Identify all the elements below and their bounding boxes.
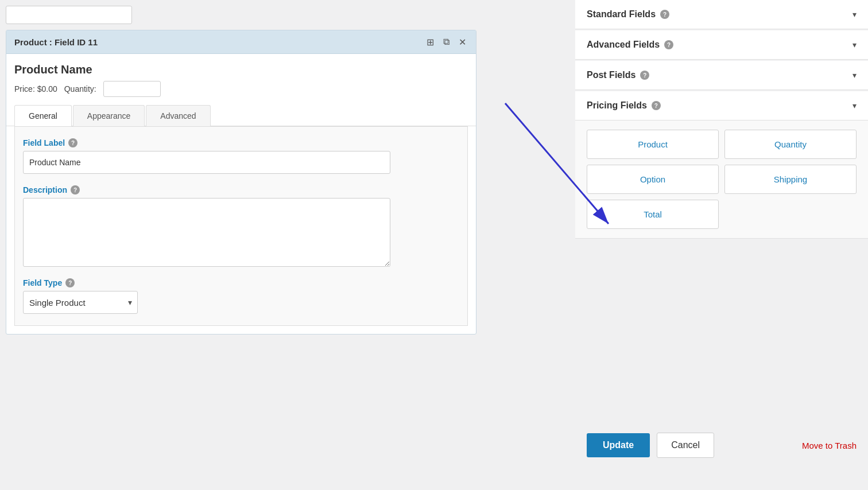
pricing-fields-help-icon[interactable]: ?: [652, 101, 661, 110]
field-card-actions: ⊞ ⧉ ✕: [424, 36, 468, 48]
tabs-row: General Appearance Advanced: [6, 105, 476, 126]
tab-appearance[interactable]: Appearance: [73, 105, 145, 126]
field-type-help-icon[interactable]: ?: [65, 278, 75, 287]
pricing-fields-expanded: Product Quantity Option Shipping Total: [575, 120, 868, 238]
accordion-pricing-fields: Pricing Fields ? ▾ Product Quantity Opti…: [575, 91, 868, 239]
description-help-icon[interactable]: ?: [71, 185, 80, 195]
pricing-fields-header[interactable]: Pricing Fields ? ▾: [575, 91, 868, 120]
cancel-button[interactable]: Cancel: [657, 433, 714, 458]
standard-fields-title: Standard Fields ?: [587, 9, 669, 20]
quantity-label: Quantity:: [64, 84, 96, 94]
field-card: Product : Field ID 11 ⊞ ⧉ ✕ Product Name…: [6, 30, 476, 335]
advanced-fields-help-icon[interactable]: ?: [664, 40, 673, 49]
accordion-post-fields: Post Fields ? ▾: [575, 61, 868, 90]
post-fields-header[interactable]: Post Fields ? ▾: [575, 61, 868, 90]
pricing-btn-shipping[interactable]: Shipping: [724, 165, 857, 194]
field-label-help-icon[interactable]: ?: [68, 138, 78, 147]
price-quantity-row: Price: $0.00 Quantity:: [6, 79, 476, 105]
pricing-grid-row2: Option Shipping: [587, 165, 857, 194]
top-input-area: [0, 0, 482, 30]
form-content: Field Label ? Description ? Field Type ?…: [14, 126, 468, 326]
pricing-btn-product[interactable]: Product: [587, 130, 719, 159]
pricing-grid-row3: Total: [587, 200, 857, 229]
pricing-grid-row1: Product Quantity: [587, 130, 857, 159]
move-icon[interactable]: ⊞: [424, 36, 436, 48]
post-fields-arrow-icon: ▾: [852, 71, 857, 80]
quantity-input[interactable]: [103, 81, 161, 97]
pricing-fields-title: Pricing Fields ?: [587, 100, 661, 111]
advanced-fields-arrow-icon: ▾: [852, 40, 857, 49]
advanced-fields-title: Advanced Fields ?: [587, 40, 673, 50]
field-label-input[interactable]: [23, 151, 390, 174]
tab-advanced[interactable]: Advanced: [146, 105, 210, 126]
accordion-advanced-fields: Advanced Fields ? ▾: [575, 30, 868, 60]
copy-icon[interactable]: ⧉: [440, 36, 452, 48]
standard-fields-help-icon[interactable]: ?: [660, 10, 669, 19]
standard-fields-header[interactable]: Standard Fields ? ▾: [575, 0, 868, 29]
description-textarea[interactable]: [23, 198, 390, 267]
standard-fields-arrow-icon: ▾: [852, 10, 857, 19]
pricing-btn-option[interactable]: Option: [587, 165, 719, 194]
move-to-trash-button[interactable]: Move to Trash: [802, 441, 857, 450]
pricing-fields-arrow-icon: ▾: [852, 101, 857, 110]
field-type-select-wrapper: Single Product Product Option ▾: [23, 291, 138, 314]
field-type-label: Field Type ?: [23, 278, 459, 287]
left-panel: Product : Field ID 11 ⊞ ⧉ ✕ Product Name…: [0, 0, 482, 490]
close-icon[interactable]: ✕: [456, 36, 468, 48]
accordion-standard-fields: Standard Fields ? ▾: [575, 0, 868, 29]
post-fields-help-icon[interactable]: ?: [640, 71, 649, 80]
pricing-btn-total[interactable]: Total: [587, 200, 719, 229]
field-card-title: Product : Field ID 11: [14, 37, 98, 47]
advanced-fields-header[interactable]: Advanced Fields ? ▾: [575, 30, 868, 59]
field-type-select[interactable]: Single Product Product Option: [23, 291, 138, 314]
field-card-header: Product : Field ID 11 ⊞ ⧉ ✕: [6, 30, 476, 54]
field-label-label: Field Label ?: [23, 138, 459, 147]
update-button[interactable]: Update: [587, 433, 650, 457]
right-panel: Standard Fields ? ▾ Advanced Fields ? ▾ …: [575, 0, 868, 490]
post-fields-title: Post Fields ?: [587, 70, 649, 80]
product-preview-heading: Product Name: [6, 54, 476, 79]
top-input-box[interactable]: [6, 6, 132, 24]
description-label: Description ?: [23, 185, 459, 195]
action-bar: Update Cancel Move to Trash: [575, 423, 868, 467]
pricing-btn-quantity[interactable]: Quantity: [724, 130, 857, 159]
price-label: Price: $0.00: [14, 84, 57, 94]
tab-general[interactable]: General: [14, 105, 72, 126]
